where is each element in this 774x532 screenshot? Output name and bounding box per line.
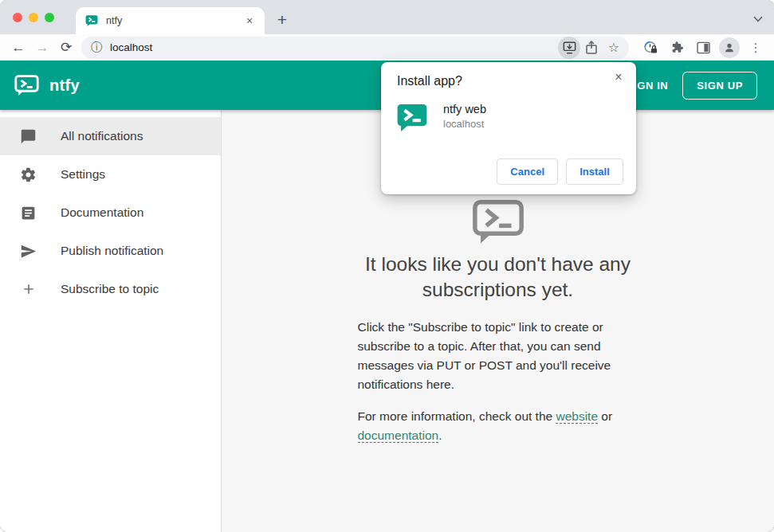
sidebar-item-label: Publish notification <box>61 244 163 258</box>
reload-button[interactable]: ⟳ <box>54 37 78 59</box>
empty-state-paragraph: Click the "Subscribe to topic" link to c… <box>358 318 638 394</box>
ntfy-favicon-icon <box>85 14 98 27</box>
documentation-link[interactable]: documentation <box>358 428 439 443</box>
sign-up-button[interactable]: SIGN UP <box>682 72 757 100</box>
more-middle-text: or <box>598 409 612 423</box>
dialog-app-row: ntfy web localhost <box>397 103 623 133</box>
browser-toolbar: ← → ⟳ ⓘ localhost ☆ <box>0 34 774 61</box>
install-button[interactable]: Install <box>566 158 623 185</box>
browser-tab-ntfy[interactable]: ntfy × <box>76 7 265 34</box>
dialog-app-info: ntfy web localhost <box>443 103 486 130</box>
sidebar-item-settings[interactable]: Settings <box>0 155 221 194</box>
empty-state-more: For more information, check out the webs… <box>358 407 638 445</box>
ntfy-logo-icon <box>14 75 39 96</box>
sidebar-item-label: All notifications <box>61 129 143 143</box>
cancel-button[interactable]: Cancel <box>497 158 558 185</box>
dialog-title: Install app? <box>397 74 623 88</box>
gear-icon <box>20 166 37 183</box>
profile-avatar-icon[interactable] <box>717 37 741 59</box>
window-zoom-button[interactable] <box>45 13 54 22</box>
new-tab-button[interactable]: + <box>271 9 293 31</box>
clock-lock-extension-icon[interactable] <box>638 37 662 59</box>
dialog-buttons: Cancel Install <box>397 158 623 185</box>
side-panel-icon[interactable] <box>691 37 715 59</box>
empty-state-title: It looks like you don't have any subscri… <box>327 252 670 303</box>
sidebar-item-documentation[interactable]: Documentation <box>0 194 221 232</box>
document-icon <box>20 205 37 221</box>
address-url[interactable]: localhost <box>110 41 558 53</box>
window-close-button[interactable] <box>13 13 22 22</box>
brand-name: ntfy <box>49 76 80 95</box>
share-icon[interactable] <box>580 37 603 59</box>
dialog-app-origin: localhost <box>443 118 486 130</box>
more-suffix-text: . <box>438 428 442 442</box>
extensions-puzzle-icon[interactable] <box>665 37 689 59</box>
tab-close-icon[interactable]: × <box>242 14 257 28</box>
website-link[interactable]: website <box>556 409 598 424</box>
ntfy-app-icon <box>397 103 427 133</box>
dialog-app-name: ntfy web <box>443 103 486 115</box>
chat-bubble-icon <box>20 128 37 145</box>
forward-button: → <box>30 37 54 59</box>
bookmark-star-icon[interactable]: ☆ <box>603 37 625 59</box>
address-bar[interactable]: ⓘ localhost ☆ <box>81 37 629 59</box>
window-controls <box>13 13 54 22</box>
sidebar-item-publish-notification[interactable]: Publish notification <box>0 232 221 270</box>
tab-title: ntfy <box>106 15 242 26</box>
sidebar-item-all-notifications[interactable]: All notifications <box>0 117 221 155</box>
window-minimize-button[interactable] <box>29 13 38 22</box>
sidebar-item-label: Documentation <box>61 205 143 220</box>
sidebar: All notifications Settings Documentation… <box>0 110 222 532</box>
tab-strip: ntfy × + <box>0 0 774 34</box>
toolbar-right-icons: ⋮ <box>634 37 768 59</box>
back-button[interactable]: ← <box>6 37 30 59</box>
ntfy-empty-state-icon <box>472 199 525 245</box>
browser-menu-icon[interactable]: ⋮ <box>744 37 768 59</box>
plus-icon <box>20 281 37 298</box>
install-app-icon[interactable] <box>558 37 580 59</box>
site-info-icon[interactable]: ⓘ <box>91 41 102 55</box>
dialog-close-icon[interactable]: × <box>611 69 627 85</box>
sidebar-item-label: Settings <box>61 167 105 182</box>
tab-search-chevron-icon[interactable] <box>753 11 763 25</box>
install-app-dialog: × Install app? ntfy web localhost Cancel… <box>381 62 636 194</box>
sidebar-item-label: Subscribe to topic <box>61 282 159 296</box>
sidebar-item-subscribe-to-topic[interactable]: Subscribe to topic <box>0 270 221 308</box>
browser-window: ntfy × + ← → ⟳ ⓘ localhost <box>0 0 774 532</box>
more-prefix-text: For more information, check out the <box>358 409 556 423</box>
send-icon <box>20 243 37 260</box>
